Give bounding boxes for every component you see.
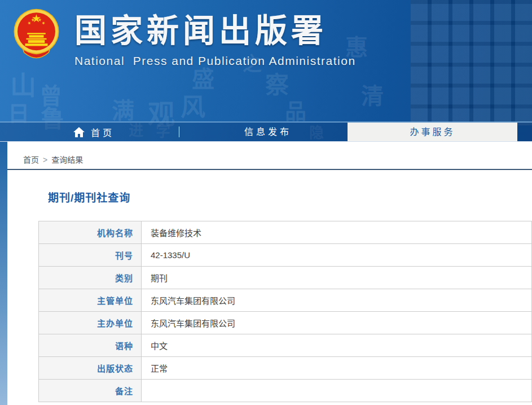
breadcrumb-divider <box>7 169 532 170</box>
nav-item-info[interactable]: 信息发布 <box>244 123 292 141</box>
calligraphy-watermark: 盛 <box>192 68 214 90</box>
row-value: 东风汽车集团有限公司 <box>142 289 532 312</box>
row-value: 正常 <box>142 357 532 380</box>
calligraphy-watermark: 曾 <box>39 85 62 107</box>
row-label: 出版状态 <box>39 357 142 380</box>
row-value: 42-1335/U <box>142 244 532 267</box>
breadcrumb-separator: > <box>43 155 47 164</box>
breadcrumb-current: 查询结果 <box>51 155 83 164</box>
table-row: 出版状态 正常 <box>39 357 532 380</box>
calligraphy-watermark: 风 <box>181 95 205 120</box>
row-value: 东风汽车集团有限公司 <box>142 312 532 334</box>
table-row: 刊号 42-1335/U <box>39 244 532 267</box>
seal-grid-pattern <box>411 0 532 125</box>
nav-item-services-active-tab[interactable]: 办事服务 <box>348 123 517 141</box>
breadcrumb: 首页>查询结果 <box>23 154 83 165</box>
row-value: 中文 <box>142 334 532 357</box>
row-label: 语种 <box>39 334 142 357</box>
site-subtitle: National Press and Publication Administr… <box>74 54 356 68</box>
row-value: 期刊 <box>142 267 532 289</box>
calligraphy-watermark: 察 <box>265 73 289 97</box>
table-row: 备注 <box>39 380 532 402</box>
calligraphy-watermark: 山 <box>10 72 36 98</box>
site-header: 山 曾 日 鲁 观 满 风 盛 察 品 惠 清 隐 之 字 进 国家新闻出版署 <box>0 0 532 142</box>
nav-separator <box>179 127 179 137</box>
table-row: 语种 中文 <box>39 334 532 357</box>
row-label: 备注 <box>39 380 142 402</box>
row-label: 主办单位 <box>39 312 142 334</box>
calligraphy-watermark: 清 <box>361 85 384 107</box>
table-row: 主管单位 东风汽车集团有限公司 <box>39 289 532 312</box>
row-label: 机构名称 <box>39 221 142 244</box>
table-row: 主办单位 东风汽车集团有限公司 <box>39 312 532 334</box>
calligraphy-watermark: 品 <box>285 101 306 122</box>
table-row: 机构名称 装备维修技术 <box>39 221 532 244</box>
row-label: 主管单位 <box>39 289 142 312</box>
main-nav: 首页 信息发布 办事服务 <box>0 121 532 142</box>
row-label: 类别 <box>39 267 142 289</box>
site-title: 国家新闻出版署 <box>74 5 356 51</box>
nav-item-home-label: 首页 <box>91 125 115 139</box>
nav-item-home[interactable]: 首页 <box>73 123 115 141</box>
content-panel: 首页>查询结果 期刊/期刊社查询 机构名称 装备维修技术 刊号 42-1335/… <box>7 142 532 405</box>
table-row: 类别 期刊 <box>39 267 532 289</box>
breadcrumb-home-link[interactable]: 首页 <box>23 155 39 164</box>
national-emblem <box>12 5 61 63</box>
home-icon <box>73 127 85 137</box>
row-label: 刊号 <box>39 244 142 267</box>
row-value: 装备维修技术 <box>142 221 532 244</box>
page-title: 期刊/期刊社查询 <box>48 189 130 204</box>
periodical-result-table: 机构名称 装备维修技术 刊号 42-1335/U 类别 期刊 主管单位 东风汽车… <box>38 221 532 402</box>
site-brand: 国家新闻出版署 National Press and Publication A… <box>74 5 356 68</box>
calligraphy-watermark: 满 <box>112 99 134 122</box>
row-value <box>142 380 532 402</box>
